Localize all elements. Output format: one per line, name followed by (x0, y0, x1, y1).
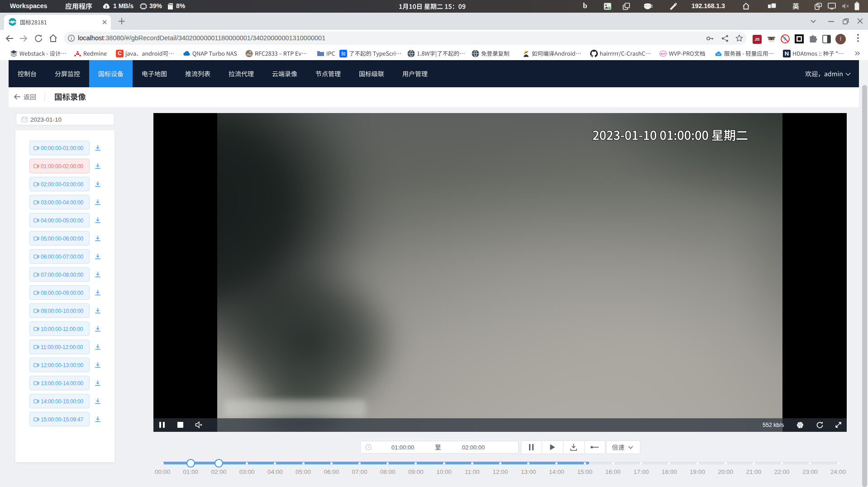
svg-text:WVP: WVP (661, 52, 666, 55)
